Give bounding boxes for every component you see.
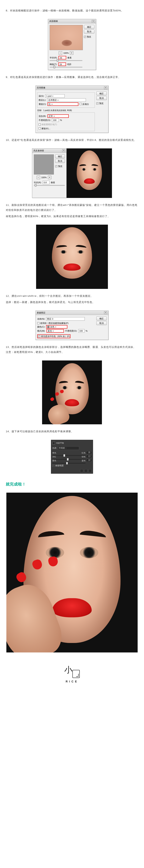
brand-mark-icon: 小 [64,662,72,678]
ok-button[interactable]: 确定 [96,92,107,95]
close-icon[interactable]: × [104,311,107,314]
new-layer-dialog: 新建图层 × 确定 取消 名称(N): 图层 3 使用前一图层创建剪贴蒙版(P)… [36,311,108,340]
cancel-button[interactable]: 取消 [84,30,95,33]
trash-icon[interactable] [88,469,92,472]
eye-icon[interactable] [84,469,87,472]
threshold-unit: 色阶 [67,63,71,66]
close-icon[interactable]: × [104,87,107,89]
step10-result-image [67,148,112,198]
preview-checkbox[interactable]: ✓预览 [84,35,95,38]
preview-checkbox[interactable]: ✓预览 [96,102,107,105]
zoom-out-button[interactable]: − [59,51,62,55]
color-balance-title: 色彩平衡 [56,441,64,445]
color-label: 颜色(C): [37,326,45,328]
close-icon[interactable]: × [92,20,95,23]
yellow-blue-slider[interactable] [66,462,68,464]
name-input[interactable]: 图层 3 [46,317,85,321]
preserve-lum-checkbox[interactable]: ✓ 保留明度 [52,463,92,468]
color-select[interactable]: 灰色 [46,325,67,329]
threshold-input[interactable]: 28 [58,62,66,66]
apply-image-dialog: 应用图像 × 确定 取消 ✓预览 源(S): 1.psd 图层(L): [36,86,108,133]
step13-text: 13、然后画笔选择暗影的颜色去涂暗影部分，选择嘴唇的颜色去涂嘴唇、眼眉、头发也可… [6,345,138,355]
finish-heading: 就完成啦！ [6,480,138,488]
blend-select[interactable]: 正常 [47,114,69,118]
step11-result-image [36,225,108,289]
mode-label: 模式(M): [37,330,45,332]
surface-blur-dialog: 表面模糊 × 确定 取消 ✓预览 − 100% + 半径( [48,19,96,70]
layer-select[interactable]: 合并图层 [47,98,86,102]
new-layer-title: 新建图层 [37,311,104,314]
step12-text-a: 12、摁住ctrl+alt+shift+e，得到一个合并图层。再添加一个中度灰图… [6,293,138,299]
step11-text-a: 11、剔除去除背景层的其他图层成一个组。摁住alt+“添加图层蒙版”按钮。建立一… [6,203,138,213]
opacity-input[interactable]: 100 [78,329,84,333]
zoom-in-button[interactable]: + [48,176,51,179]
apply-image-title: 应用图像 [37,86,104,89]
step11-text-b: 画笔选择白色，透明度80%，硬度为0。如果还有痘痘还是用修复工具继续修复就行了。 [6,214,138,219]
mode-select[interactable]: 柔光 [46,329,64,333]
high-pass-dialog: 高反差保留 × − 100% + 确定 取消 [32,148,67,198]
threshold-label: 阈值(T): [49,63,57,66]
reset-icon[interactable] [80,469,83,472]
layer-label: 图层(L): [39,99,46,101]
brand-subtitle: RICE [6,679,138,684]
tone-select[interactable]: 中间调 [58,446,79,450]
cancel-button[interactable]: 取消 [55,159,65,163]
high-pass-preview [34,154,54,175]
step8-text: 8、对表面模糊图层进行操作：滤镜—模糊—表面模糊。数值如图。这个图层的透明度设置… [6,8,138,13]
ok-button[interactable]: 确定 [84,25,95,29]
radius-unit: 像素 [51,181,55,184]
target-value: 1.psd(红色通道高反差保留, RGB) [43,109,72,112]
zoom-level: 100% [63,52,69,54]
brand-footer: 小 RICE [6,662,138,684]
step13-result-image [42,361,102,424]
step9-text: 9、对红色通道高反差保留图层进行操作：图像—应用图像。通道选择红色，混合模式选择… [6,75,138,80]
opacity-input[interactable]: 100 [52,118,59,122]
tone-label: 色调: [52,446,57,450]
opacity-label: 不透明度(O): [39,119,51,122]
color-balance-icon [52,442,55,444]
radius-input[interactable]: 26 [59,56,66,59]
mask-checkbox[interactable]: 蒙版(K)... [39,127,94,130]
target-label: 目标: [37,109,42,112]
zoom-level: 100% [41,176,47,179]
zoom-in-button[interactable]: + [70,51,73,55]
clip-checkbox[interactable]: 使用前一图层创建剪贴蒙版(P) [37,322,95,324]
source-select[interactable]: 1.psd [45,94,65,98]
radius-label: 半径(R): [34,181,41,184]
radius-slider[interactable] [35,184,36,187]
yellow-blue-value[interactable]: -18 [86,459,92,462]
ok-button[interactable]: 确定 [55,154,65,158]
color-balance-panel: 色彩平衡 色调: 中间调 青色红色 -35 洋红绿色 -13 [51,440,93,474]
cancel-button[interactable]: 取消 [96,96,107,100]
opacity-unit: % [86,330,87,332]
cancel-button[interactable]: 取消 [96,321,107,325]
magenta-green-value[interactable]: -13 [86,455,92,458]
radius-input[interactable]: 0.8 [43,181,49,184]
radius-unit: 像素 [67,56,72,59]
fill-neutral-checkbox[interactable]: ✓填充柔光中性色（50% 灰）(F) [37,334,70,338]
ok-button[interactable]: 确定 [96,316,107,320]
step14-text: 14、接下来可以根据自己喜欢的画风用色彩平衡来调整。 [6,429,138,434]
preserve-trans-checkbox[interactable]: 保留透明区域(T) [39,123,94,126]
final-result-image [6,493,138,652]
radius-label: 半径(R): [49,56,57,59]
invert-checkbox[interactable]: 反相(I) [79,103,88,105]
channel-label: 通道(C): [39,103,46,105]
close-icon[interactable]: × [62,149,65,152]
step10-text: 10、还是对“红色通道高反差保留”操作：滤镜—其他—高反差保留，半径0.8。图层… [6,137,138,143]
name-label: 名称(N): [37,317,45,320]
surface-blur-preview [49,25,83,50]
surface-blur-title: 表面模糊 [49,20,92,23]
channel-select[interactable]: 红 [47,102,78,106]
zoom-out-button[interactable]: − [37,176,40,179]
cyan-red-value[interactable]: -35 [86,451,92,454]
threshold-slider[interactable] [53,66,55,68]
brand-mark-icon [72,670,80,678]
high-pass-title: 高反差保留 [33,149,62,152]
opacity-label: 不透明度(O): [65,330,77,332]
opacity-unit: % [60,119,62,122]
blend-label: 混合(B): [39,115,46,118]
step12-text-b: 选择：图层—新建，颜色选择灰色，模式选择柔光。勾上填充柔光中性色。 [6,300,138,305]
radius-slider[interactable] [57,59,59,62]
preview-checkbox[interactable]: ✓预览 [55,165,65,167]
